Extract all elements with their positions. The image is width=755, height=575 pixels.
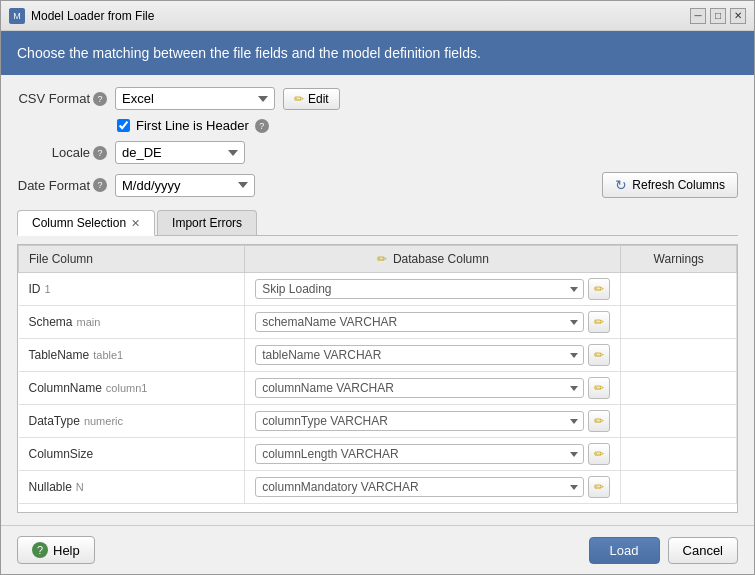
db-column-cell: tableName VARCHAR ✏ bbox=[245, 339, 621, 372]
col-header-file: File Column bbox=[19, 246, 245, 273]
db-column-edit-button[interactable]: ✏ bbox=[588, 311, 610, 333]
edit-button[interactable]: ✏ Edit bbox=[283, 88, 340, 110]
db-column-select[interactable]: columnLength VARCHAR bbox=[255, 444, 584, 464]
db-column-cell: schemaName VARCHAR ✏ bbox=[245, 306, 621, 339]
db-column-edit-button[interactable]: ✏ bbox=[588, 410, 610, 432]
column-mapping-table: File Column ✏ Database Column Warnings I… bbox=[18, 245, 737, 504]
header-banner: Choose the matching between the file fie… bbox=[1, 31, 754, 75]
table-row: DataTypenumeric columnType VARCHAR ✏ bbox=[19, 405, 737, 438]
first-line-header-row: First Line is Header ? bbox=[117, 118, 738, 133]
db-column-select[interactable]: tableName VARCHAR bbox=[255, 345, 584, 365]
table-area: File Column ✏ Database Column Warnings I… bbox=[17, 244, 738, 513]
db-column-select[interactable]: schemaName VARCHAR bbox=[255, 312, 584, 332]
db-column-cell: Skip Loading ✏ bbox=[245, 273, 621, 306]
date-format-info-icon[interactable]: ? bbox=[93, 178, 107, 192]
col-header-warnings: Warnings bbox=[621, 246, 737, 273]
db-column-edit-button[interactable]: ✏ bbox=[588, 278, 610, 300]
table-row: Schemamain schemaName VARCHAR ✏ bbox=[19, 306, 737, 339]
locale-select[interactable]: de_DE en_US fr_FR bbox=[115, 141, 245, 164]
header-text: Choose the matching between the file fie… bbox=[17, 45, 481, 61]
db-column-edit-button[interactable]: ✏ bbox=[588, 443, 610, 465]
date-format-label: Date Format ? bbox=[17, 178, 107, 193]
first-line-info-icon[interactable]: ? bbox=[255, 119, 269, 133]
csv-format-select[interactable]: Excel CSV Tab-separated bbox=[115, 87, 275, 110]
main-window: M Model Loader from File ─ □ ✕ Choose th… bbox=[0, 0, 755, 575]
help-label: Help bbox=[53, 543, 80, 558]
warnings-cell bbox=[621, 471, 737, 504]
title-bar: M Model Loader from File ─ □ ✕ bbox=[1, 1, 754, 31]
db-column-select[interactable]: columnType VARCHAR bbox=[255, 411, 584, 431]
table-row: ColumnSize columnLength VARCHAR ✏ bbox=[19, 438, 737, 471]
window-icon: M bbox=[9, 8, 25, 24]
cancel-button[interactable]: Cancel bbox=[668, 537, 738, 564]
cancel-label: Cancel bbox=[683, 543, 723, 558]
footer-right: Load Cancel bbox=[589, 537, 738, 564]
help-button[interactable]: ? Help bbox=[17, 536, 95, 564]
minimize-button[interactable]: ─ bbox=[690, 8, 706, 24]
window-title: Model Loader from File bbox=[31, 9, 154, 23]
help-icon: ? bbox=[32, 542, 48, 558]
locale-info-icon[interactable]: ? bbox=[93, 146, 107, 160]
db-column-select[interactable]: Skip Loading bbox=[255, 279, 584, 299]
csv-format-row: CSV Format ? Excel CSV Tab-separated ✏ E… bbox=[17, 87, 738, 110]
tabs-container: Column Selection ✕ Import Errors bbox=[17, 210, 738, 236]
db-column-edit-button[interactable]: ✏ bbox=[588, 476, 610, 498]
file-column-cell: DataTypenumeric bbox=[19, 405, 245, 438]
file-column-cell: Schemamain bbox=[19, 306, 245, 339]
csv-format-info-icon[interactable]: ? bbox=[93, 92, 107, 106]
refresh-columns-button[interactable]: ↻ Refresh Columns bbox=[602, 172, 738, 198]
first-line-header-label: First Line is Header bbox=[136, 118, 249, 133]
title-bar-left: M Model Loader from File bbox=[9, 8, 154, 24]
locale-label: Locale ? bbox=[17, 145, 107, 160]
warnings-cell bbox=[621, 273, 737, 306]
db-column-edit-button[interactable]: ✏ bbox=[588, 344, 610, 366]
first-line-header-checkbox[interactable] bbox=[117, 119, 130, 132]
col-header-db: ✏ Database Column bbox=[245, 246, 621, 273]
table-row: ColumnNamecolumn1 columnName VARCHAR ✏ bbox=[19, 372, 737, 405]
csv-format-label: CSV Format ? bbox=[17, 91, 107, 106]
table-row: NullableN columnMandatory VARCHAR ✏ bbox=[19, 471, 737, 504]
close-button[interactable]: ✕ bbox=[730, 8, 746, 24]
refresh-icon: ↻ bbox=[615, 177, 627, 193]
db-column-cell: columnLength VARCHAR ✏ bbox=[245, 438, 621, 471]
db-header-icon: ✏ bbox=[377, 252, 387, 266]
db-column-cell: columnType VARCHAR ✏ bbox=[245, 405, 621, 438]
db-column-select[interactable]: columnName VARCHAR bbox=[255, 378, 584, 398]
db-column-select[interactable]: columnMandatory VARCHAR bbox=[255, 477, 584, 497]
title-controls: ─ □ ✕ bbox=[690, 8, 746, 24]
warnings-cell bbox=[621, 306, 737, 339]
maximize-button[interactable]: □ bbox=[710, 8, 726, 24]
db-column-cell: columnName VARCHAR ✏ bbox=[245, 372, 621, 405]
db-column-edit-button[interactable]: ✏ bbox=[588, 377, 610, 399]
file-column-cell: ColumnNamecolumn1 bbox=[19, 372, 245, 405]
tab-column-selection-close[interactable]: ✕ bbox=[131, 217, 140, 230]
table-row: TableNametable1 tableName VARCHAR ✏ bbox=[19, 339, 737, 372]
warnings-cell bbox=[621, 405, 737, 438]
date-format-row: Date Format ? M/dd/yyyy dd/MM/yyyy yyyy-… bbox=[17, 174, 255, 197]
file-column-cell: ColumnSize bbox=[19, 438, 245, 471]
tab-import-errors[interactable]: Import Errors bbox=[157, 210, 257, 235]
warnings-cell bbox=[621, 438, 737, 471]
warnings-cell bbox=[621, 339, 737, 372]
footer: ? Help Load Cancel bbox=[1, 525, 754, 574]
locale-row: Locale ? de_DE en_US fr_FR bbox=[17, 141, 738, 164]
warnings-cell bbox=[621, 372, 737, 405]
file-column-cell: NullableN bbox=[19, 471, 245, 504]
tab-column-selection[interactable]: Column Selection ✕ bbox=[17, 210, 155, 236]
load-label: Load bbox=[610, 543, 639, 558]
tab-column-selection-label: Column Selection bbox=[32, 216, 126, 230]
db-column-cell: columnMandatory VARCHAR ✏ bbox=[245, 471, 621, 504]
content-area: CSV Format ? Excel CSV Tab-separated ✏ E… bbox=[1, 75, 754, 525]
table-row: ID1 Skip Loading ✏ bbox=[19, 273, 737, 306]
tab-import-errors-label: Import Errors bbox=[172, 216, 242, 230]
pencil-icon: ✏ bbox=[294, 92, 304, 106]
load-button[interactable]: Load bbox=[589, 537, 660, 564]
file-column-cell: TableNametable1 bbox=[19, 339, 245, 372]
date-format-select[interactable]: M/dd/yyyy dd/MM/yyyy yyyy-MM-dd bbox=[115, 174, 255, 197]
file-column-cell: ID1 bbox=[19, 273, 245, 306]
